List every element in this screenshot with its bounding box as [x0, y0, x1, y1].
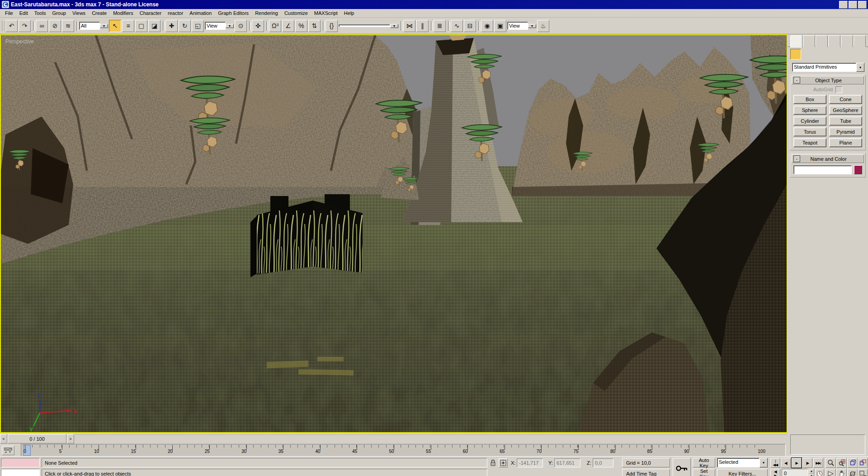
toolbar-separator[interactable]	[447, 20, 450, 32]
coord-y-field[interactable]: 617,651	[554, 458, 580, 467]
selection-lock-icon[interactable]	[490, 459, 496, 467]
zoom-all-icon[interactable]	[836, 458, 847, 468]
menu-item[interactable]: Character	[137, 9, 165, 17]
set-keys-button[interactable]	[673, 458, 691, 476]
bind-to-space-warp-icon[interactable]: ≋	[62, 20, 74, 32]
collapse-icon[interactable]: -	[793, 155, 800, 162]
menu-item[interactable]: Animation	[186, 9, 215, 17]
object-name-input[interactable]	[793, 165, 852, 174]
time-next-button[interactable]: >	[67, 434, 74, 443]
primitive-button[interactable]: Pyramid	[829, 127, 862, 136]
absolute-offset-toggle-icon[interactable]	[499, 458, 508, 467]
category-space-warps[interactable]	[845, 49, 855, 59]
arc-rotate-icon[interactable]	[847, 469, 858, 476]
toolbar-separator[interactable]	[429, 20, 433, 32]
category-cameras[interactable]	[824, 49, 834, 59]
zoom-extents-icon[interactable]	[847, 458, 858, 468]
render-type-dropdown[interactable]: View	[507, 21, 536, 31]
tab-display[interactable]	[841, 35, 853, 47]
menu-item[interactable]: Edit	[16, 9, 31, 17]
category-systems[interactable]	[856, 49, 866, 59]
use-pivot-center-icon[interactable]: ⊙	[235, 20, 247, 32]
go-to-end-button[interactable]: ▶▶|	[813, 458, 823, 468]
menu-item[interactable]: File	[2, 9, 16, 17]
set-key-button[interactable]: Set Key	[693, 469, 715, 476]
primitive-button[interactable]: Cone	[829, 95, 862, 104]
menu-item[interactable]: Help	[341, 9, 358, 17]
zoom-icon[interactable]	[826, 458, 836, 468]
current-frame-field[interactable]: 0	[782, 469, 808, 476]
category-lights[interactable]	[813, 49, 823, 59]
pan-icon[interactable]	[836, 469, 847, 476]
menu-item[interactable]: Tools	[31, 9, 49, 17]
key-mode-dropdown[interactable]: Selected	[717, 458, 768, 467]
menu-item[interactable]: Rendering	[252, 9, 281, 17]
toolbar-separator[interactable]	[321, 20, 325, 32]
select-and-scale-icon[interactable]: ◱	[192, 20, 204, 32]
close-button[interactable]	[858, 1, 867, 9]
zoom-extents-all-icon[interactable]	[858, 458, 868, 468]
chevron-down-icon[interactable]	[856, 63, 864, 72]
primitive-button[interactable]: Torus	[793, 127, 826, 136]
object-color-swatch[interactable]	[854, 165, 862, 174]
minimize-button[interactable]	[839, 1, 848, 9]
toolbar-separator[interactable]	[161, 20, 165, 32]
frame-ruler[interactable]: 0510152025303540455055606570758085909510…	[21, 444, 786, 457]
time-slider-button[interactable]: 0 / 100	[8, 434, 66, 443]
mirror-icon[interactable]: ⋈	[403, 20, 415, 32]
redo-icon[interactable]: ↷	[19, 20, 31, 32]
tab-modify[interactable]	[803, 35, 815, 47]
primitive-button[interactable]: Sphere	[793, 106, 826, 115]
chevron-down-icon[interactable]	[760, 458, 768, 467]
toolbar-separator[interactable]	[248, 20, 251, 32]
primitive-button[interactable]: Cylinder	[793, 117, 826, 126]
menu-item[interactable]: Modifiers	[110, 9, 137, 17]
primitive-button[interactable]: Box	[793, 95, 826, 104]
window-crossing-icon[interactable]: ◪	[148, 20, 160, 32]
named-selection-dropdown[interactable]	[339, 21, 398, 31]
coord-x-field[interactable]: -141,717	[517, 458, 543, 467]
select-and-link-icon[interactable]: ∞	[36, 20, 48, 32]
align-icon[interactable]: ∥	[416, 20, 429, 32]
quick-render-icon[interactable]: ♨	[537, 20, 549, 32]
angle-snap-icon[interactable]: ∠	[282, 20, 294, 32]
toolbar-separator[interactable]	[477, 20, 480, 32]
menu-item[interactable]: MAXScript	[311, 9, 341, 17]
toolbar-separator[interactable]	[399, 20, 402, 32]
time-prev-button[interactable]: <	[0, 434, 7, 443]
previous-frame-button[interactable]: ◀|	[781, 458, 791, 468]
tab-create[interactable]	[790, 35, 802, 47]
tab-hierarchy[interactable]	[816, 35, 828, 47]
time-slider-track[interactable]	[75, 434, 788, 443]
field-of-view-icon[interactable]	[826, 469, 836, 476]
time-configuration-icon[interactable]	[815, 469, 824, 476]
category-geometry[interactable]	[790, 49, 801, 60]
primitive-button[interactable]: GeoSphere	[829, 106, 862, 115]
name-color-rollout-header[interactable]: - Name and Color	[792, 154, 864, 163]
maximize-button[interactable]	[849, 1, 857, 9]
rectangular-selection-icon[interactable]: ▢	[135, 20, 147, 32]
undo-icon[interactable]: ↶	[5, 20, 18, 32]
maxscript-mini-listener-pink[interactable]	[1, 458, 40, 467]
frame-spinner[interactable]: ▲▼	[809, 469, 814, 476]
coord-z-field[interactable]: 0,0	[593, 458, 613, 467]
autogrid-checkbox[interactable]	[835, 86, 842, 93]
menu-item[interactable]: Group	[49, 9, 69, 17]
primitive-button[interactable]: Plane	[829, 138, 862, 147]
toolbar-separator[interactable]	[75, 20, 78, 32]
menu-item[interactable]: Create	[89, 9, 110, 17]
collapse-icon[interactable]: -	[793, 77, 800, 84]
min-max-toggle-icon[interactable]	[858, 469, 868, 476]
toolbar-separator[interactable]	[32, 20, 35, 32]
menu-item[interactable]: Views	[69, 9, 89, 17]
play-button[interactable]: ▶	[792, 458, 802, 468]
menu-item[interactable]: Graph Editors	[215, 9, 252, 17]
toolbar-separator[interactable]	[265, 20, 268, 32]
selection-filter-dropdown[interactable]: All	[79, 21, 108, 31]
primitive-button[interactable]: Tube	[829, 117, 862, 126]
select-and-move-icon[interactable]: ✚	[165, 20, 178, 32]
viewport-perspective[interactable]: Perspective Z x Y	[0, 34, 788, 433]
select-and-manipulate-icon[interactable]: ✜	[252, 20, 264, 32]
menu-item[interactable]: Customize	[281, 9, 311, 17]
object-class-dropdown[interactable]: Standard Primitives	[792, 63, 864, 72]
